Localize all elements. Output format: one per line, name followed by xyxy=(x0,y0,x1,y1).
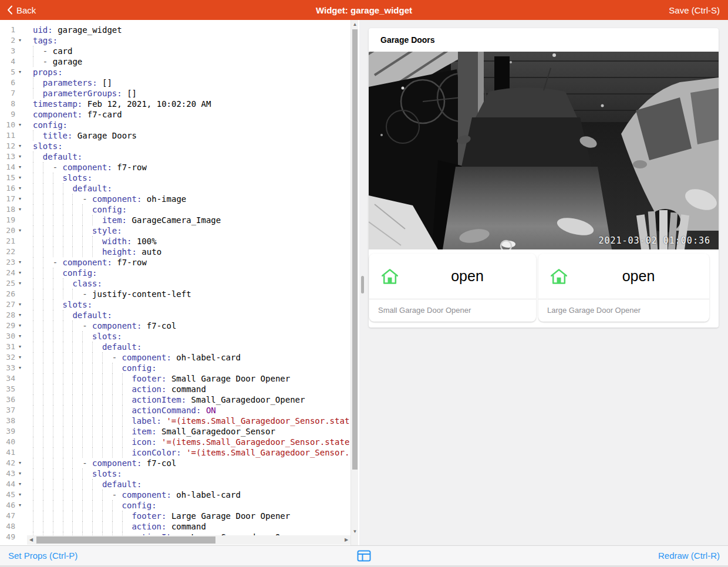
code-line[interactable]: 3- card xyxy=(0,46,350,56)
code-line[interactable]: 30▾slots: xyxy=(0,331,350,342)
split-layout-icon[interactable] xyxy=(357,550,371,562)
gutter: 28▾ xyxy=(0,310,26,320)
code-line[interactable]: 45▾- component: oh-label-card xyxy=(0,490,350,500)
code-line[interactable]: 12▾slots: xyxy=(0,141,350,151)
fold-arrow-icon[interactable]: ▾ xyxy=(15,204,25,215)
code-line[interactable]: 2▾tags: xyxy=(0,35,350,46)
fold-arrow-icon[interactable]: ▾ xyxy=(15,342,25,352)
fold-arrow-icon[interactable]: ▾ xyxy=(15,268,25,278)
code-line[interactable]: 18▾config: xyxy=(0,204,350,215)
code-line[interactable]: 15▾slots: xyxy=(0,173,350,183)
open-button-card[interactable]: openLarge Garage Door Opener xyxy=(538,254,709,322)
fold-arrow-icon[interactable]: ▾ xyxy=(15,141,25,151)
horizontal-scroll-thumb[interactable] xyxy=(36,536,215,544)
code-line[interactable]: 26- justify-content-left xyxy=(0,289,350,299)
open-button-card[interactable]: openSmall Garage Door Opener xyxy=(369,254,536,322)
fold-spacer xyxy=(15,247,25,257)
code-line[interactable]: 16▾default: xyxy=(0,183,350,194)
fold-arrow-icon[interactable]: ▾ xyxy=(15,173,25,183)
fold-arrow-icon[interactable]: ▾ xyxy=(15,35,25,46)
code-line[interactable]: 37actionCommand: ON xyxy=(0,405,350,416)
code-line[interactable]: 23▾- component: f7-row xyxy=(0,257,350,268)
fold-arrow-icon[interactable]: ▾ xyxy=(15,352,25,363)
code-line[interactable]: 40icon: '=(items.Small_Garagedoor_Sensor… xyxy=(0,437,350,447)
code-line[interactable]: 38label: '=(items.Small_Garagedoor_Senso… xyxy=(0,416,350,426)
fold-arrow-icon[interactable]: ▾ xyxy=(15,458,25,468)
save-button[interactable]: Save (Ctrl-S) xyxy=(669,5,720,15)
code-line[interactable]: 22height: auto xyxy=(0,247,350,257)
set-props-button[interactable]: Set Props (Ctrl-P) xyxy=(8,551,77,561)
fold-arrow-icon[interactable]: ▾ xyxy=(15,194,25,204)
code-line[interactable]: 46▾config: xyxy=(0,500,350,511)
fold-arrow-icon[interactable]: ▾ xyxy=(15,500,25,511)
gutter: 38 xyxy=(0,416,26,426)
fold-arrow-icon[interactable]: ▾ xyxy=(15,278,25,289)
code-line[interactable]: 19item: GarageCamera_Image xyxy=(0,215,350,225)
scroll-down-arrow-icon[interactable]: ▼ xyxy=(351,528,359,535)
fold-arrow-icon[interactable]: ▾ xyxy=(15,67,25,77)
line-number: 43 xyxy=(0,468,15,479)
redraw-button[interactable]: Redraw (Ctrl-R) xyxy=(658,551,720,561)
code-line[interactable]: 31▾default: xyxy=(0,342,350,352)
code-line[interactable]: 6parameters: [] xyxy=(0,77,350,88)
code-line[interactable]: 11title: Garage Doors xyxy=(0,130,350,141)
code-line[interactable]: 28▾default: xyxy=(0,310,350,320)
code-line[interactable]: 8timestamp: Feb 12, 2021, 10:02:20 AM xyxy=(0,99,350,109)
editor-horizontal-scrollbar[interactable]: ◀ ▶ xyxy=(27,535,350,545)
scroll-up-arrow-icon[interactable]: ▲ xyxy=(351,21,359,28)
fold-arrow-icon[interactable]: ▾ xyxy=(15,479,25,490)
scroll-right-arrow-icon[interactable]: ▶ xyxy=(342,535,350,545)
fold-arrow-icon[interactable]: ▾ xyxy=(15,257,25,268)
code-line[interactable]: 24▾config: xyxy=(0,268,350,278)
code-line[interactable]: 27▾slots: xyxy=(0,299,350,310)
fold-arrow-icon[interactable]: ▾ xyxy=(15,183,25,194)
code-line[interactable]: 43▾slots: xyxy=(0,468,350,479)
fold-arrow-icon[interactable]: ▾ xyxy=(15,490,25,500)
fold-arrow-icon[interactable]: ▾ xyxy=(15,151,25,162)
back-button[interactable]: Back xyxy=(7,5,36,15)
fold-arrow-icon[interactable]: ▾ xyxy=(15,310,25,320)
code-line[interactable]: 13▾default: xyxy=(0,151,350,162)
code-line[interactable]: 35action: command xyxy=(0,384,350,394)
code-line[interactable]: 7parameterGroups: [] xyxy=(0,88,350,99)
code-line[interactable]: 1uid: garage_widget xyxy=(0,25,350,35)
fold-spacer xyxy=(15,532,25,542)
fold-arrow-icon[interactable]: ▾ xyxy=(15,225,25,236)
code-line[interactable]: 14▾- component: f7-row xyxy=(0,162,350,173)
code-line[interactable]: 21width: 100% xyxy=(0,236,350,247)
fold-arrow-icon[interactable]: ▾ xyxy=(15,162,25,173)
line-number: 16 xyxy=(0,183,15,194)
fold-arrow-icon[interactable]: ▾ xyxy=(15,299,25,310)
code-line[interactable]: 47footer: Large Garage Door Opener xyxy=(0,511,350,521)
line-number: 10 xyxy=(0,120,15,130)
preview-scrollbar[interactable] xyxy=(361,276,364,293)
code-line[interactable]: 39item: Small_Garagedoor_Sensor xyxy=(0,426,350,437)
code-line[interactable]: 44▾default: xyxy=(0,479,350,490)
code-line[interactable]: 33▾config: xyxy=(0,363,350,373)
code-line[interactable]: 42▾- component: f7-col xyxy=(0,458,350,468)
code-line[interactable]: 5▾props: xyxy=(0,67,350,77)
editor-vertical-scrollbar[interactable]: ▲ ▼ xyxy=(350,20,358,545)
line-number: 42 xyxy=(0,458,15,468)
vertical-scroll-thumb[interactable] xyxy=(352,29,358,470)
line-number: 41 xyxy=(0,447,15,458)
fold-arrow-icon[interactable]: ▾ xyxy=(15,363,25,373)
code-line[interactable]: 29▾- component: f7-col xyxy=(0,320,350,331)
code-line[interactable]: 32▾- component: oh-label-card xyxy=(0,352,350,363)
code-line[interactable]: 17▾- component: oh-image xyxy=(0,194,350,204)
code-line[interactable]: 9component: f7-card xyxy=(0,109,350,120)
scroll-left-arrow-icon[interactable]: ◀ xyxy=(27,535,35,545)
code-line[interactable]: 41iconColor: '=(items.Small_Garagedoor_S… xyxy=(0,447,350,458)
code-line[interactable]: 48action: command xyxy=(0,521,350,532)
code-line[interactable]: 20▾style: xyxy=(0,225,350,236)
code-line[interactable]: 34footer: Small Garage Door Opener xyxy=(0,373,350,384)
fold-arrow-icon[interactable]: ▾ xyxy=(15,331,25,342)
code-line[interactable]: 25▾class: xyxy=(0,278,350,289)
fold-arrow-icon[interactable]: ▾ xyxy=(15,320,25,331)
yaml-code-editor[interactable]: 1uid: garage_widget2▾tags:3- card4- gara… xyxy=(0,20,359,545)
fold-arrow-icon[interactable]: ▾ xyxy=(15,468,25,479)
code-line[interactable]: 4- garage xyxy=(0,56,350,67)
code-line[interactable]: 10▾config: xyxy=(0,120,350,130)
fold-arrow-icon[interactable]: ▾ xyxy=(15,120,25,130)
code-line[interactable]: 36actionItem: Small_Garagedoor_Opener xyxy=(0,394,350,405)
